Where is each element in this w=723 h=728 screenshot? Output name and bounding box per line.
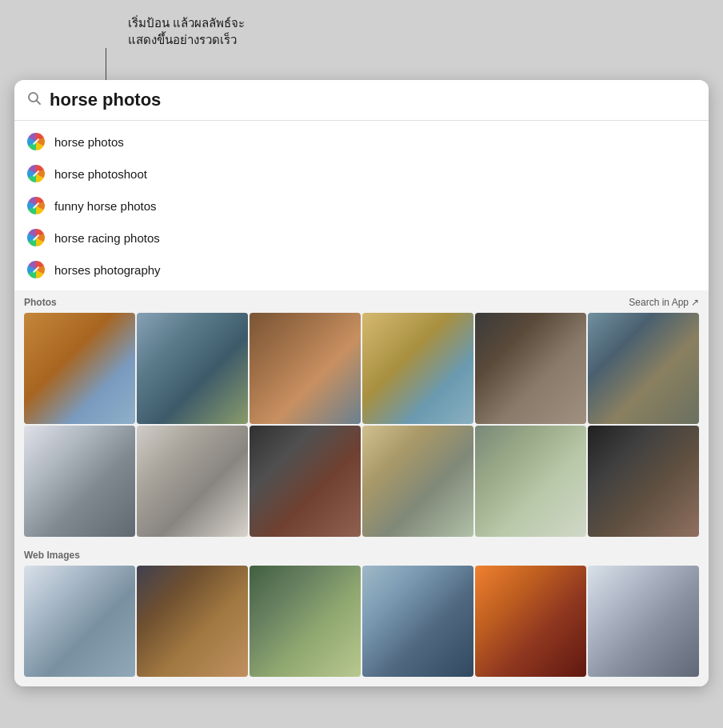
tooltip-line1: เริ่มป้อน แล้วผลลัพธ์จะ (128, 14, 245, 31)
web-image-thumb[interactable] (588, 566, 699, 677)
safari-icon (27, 229, 45, 246)
suggestion-item[interactable]: horse photoshoot (14, 158, 709, 190)
photo-thumb[interactable] (588, 313, 699, 424)
web-image-thumb[interactable] (475, 566, 586, 677)
photo-thumb[interactable] (250, 313, 361, 424)
safari-icon (27, 165, 45, 182)
svg-line-1 (37, 100, 41, 104)
photo-thumb[interactable] (137, 426, 248, 537)
photo-thumb[interactable] (362, 313, 473, 424)
suggestions-list: horse photos horse photoshoot funny hors… (14, 121, 709, 290)
web-image-thumb[interactable] (362, 566, 473, 677)
safari-icon (27, 261, 45, 278)
web-image-thumb[interactable] (250, 566, 361, 677)
safari-icon (27, 197, 45, 214)
tooltip: เริ่มป้อน แล้วผลลัพธ์จะ แสดงขึ้นอย่างรวด… (128, 14, 245, 48)
search-panel: horse photos horse photoshoot funny hors… (14, 80, 709, 686)
search-in-app-arrow-icon: ↗ (691, 297, 699, 308)
photo-thumb[interactable] (362, 426, 473, 537)
photos-section-header: Photos Search in App ↗ (14, 290, 709, 311)
suggestion-item[interactable]: funny horse photos (14, 190, 709, 222)
suggestion-item[interactable]: horse photos (14, 126, 709, 158)
photo-thumb[interactable] (475, 426, 586, 537)
photo-thumb[interactable] (24, 426, 135, 537)
photo-thumb[interactable] (250, 426, 361, 537)
search-input[interactable] (50, 90, 696, 110)
photo-thumb[interactable] (475, 313, 586, 424)
web-image-thumb[interactable] (137, 566, 248, 677)
search-icon (27, 91, 42, 110)
web-images-section-header: Web Images (14, 543, 709, 564)
suggestion-item[interactable]: horse racing photos (14, 222, 709, 254)
web-image-thumb[interactable] (24, 566, 135, 677)
suggestion-item[interactable]: horses photography (14, 254, 709, 286)
search-in-app-button[interactable]: Search in App ↗ (629, 297, 699, 308)
photo-thumb[interactable] (588, 426, 699, 537)
search-bar (14, 80, 709, 121)
web-images-section-title: Web Images (24, 550, 80, 561)
tooltip-line2: แสดงขึ้นอย่างรวดเร็ว (128, 31, 245, 48)
safari-icon (27, 133, 45, 150)
photos-grid (14, 311, 709, 543)
photo-thumb[interactable] (24, 313, 135, 424)
photo-thumb[interactable] (137, 313, 248, 424)
web-images-grid (14, 564, 709, 686)
photos-section-title: Photos (24, 297, 57, 308)
